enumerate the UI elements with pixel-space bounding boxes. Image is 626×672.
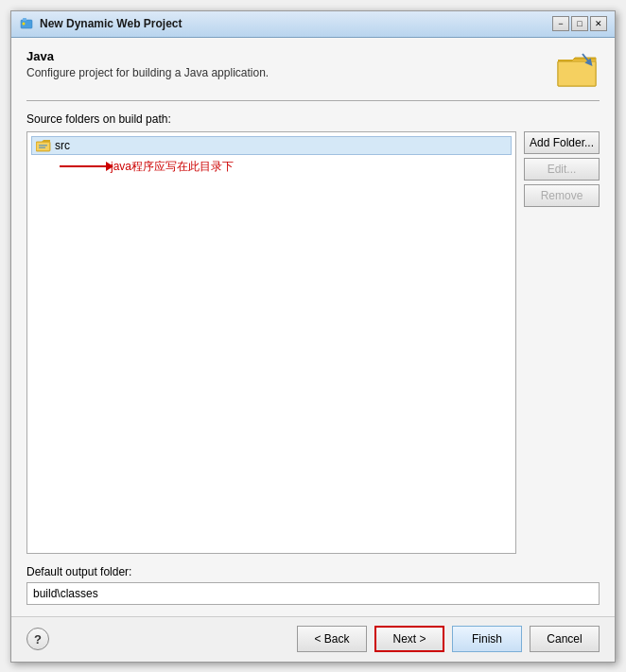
annotation-text: java程序应写在此目录下 — [111, 159, 234, 175]
title-bar-text: New Dynamic Web Project — [40, 17, 547, 30]
content-area: src java程序应写在此目录下 Add Folder... Edit... … — [26, 131, 600, 554]
back-button[interactable]: < Back — [297, 626, 367, 652]
output-folder-label: Default output folder: — [26, 565, 600, 578]
footer-buttons: < Back Next > Finish Cancel — [297, 626, 600, 652]
output-folder-input[interactable] — [26, 582, 600, 605]
source-folder-name: src — [55, 139, 70, 152]
svg-point-2 — [23, 23, 26, 26]
svg-rect-9 — [37, 143, 49, 150]
remove-button[interactable]: Remove — [524, 184, 600, 207]
header-subtitle: Configure project for building a Java ap… — [26, 66, 554, 79]
svg-rect-10 — [39, 145, 47, 146]
close-button[interactable]: ✕ — [590, 16, 607, 31]
source-folders-list[interactable]: src java程序应写在此目录下 — [26, 131, 516, 554]
edit-button[interactable]: Edit... — [524, 158, 600, 181]
add-folder-button[interactable]: Add Folder... — [524, 131, 600, 154]
dialog-window: New Dynamic Web Project − □ ✕ Java Confi… — [10, 10, 616, 663]
annotation-arrow: java程序应写在此目录下 — [60, 159, 512, 175]
dialog-footer: ? < Back Next > Finish Cancel — [11, 616, 615, 662]
next-button[interactable]: Next > — [374, 626, 444, 652]
svg-rect-1 — [23, 18, 26, 21]
svg-rect-5 — [558, 61, 596, 86]
output-section: Default output folder: — [26, 565, 600, 605]
svg-rect-11 — [39, 146, 45, 148]
source-folders-label: Source folders on build path: — [26, 112, 600, 126]
window-icon — [19, 16, 34, 31]
java-folder-icon — [554, 49, 600, 89]
header-text: Java Configure project for building a Ja… — [26, 49, 554, 79]
dialog-body: Java Configure project for building a Ja… — [11, 38, 615, 616]
help-button[interactable]: ? — [26, 628, 49, 650]
side-buttons: Add Folder... Edit... Remove — [524, 131, 600, 554]
header-title: Java — [26, 49, 554, 63]
title-bar: New Dynamic Web Project − □ ✕ — [11, 11, 615, 38]
package-folder-icon — [36, 139, 51, 152]
list-item[interactable]: src — [31, 136, 512, 155]
title-bar-controls: − □ ✕ — [552, 16, 607, 31]
finish-button[interactable]: Finish — [452, 626, 522, 652]
cancel-button[interactable]: Cancel — [530, 626, 600, 652]
header-separator — [26, 100, 600, 101]
minimize-button[interactable]: − — [552, 16, 569, 31]
maximize-button[interactable]: □ — [571, 16, 588, 31]
header-section: Java Configure project for building a Ja… — [26, 49, 600, 89]
